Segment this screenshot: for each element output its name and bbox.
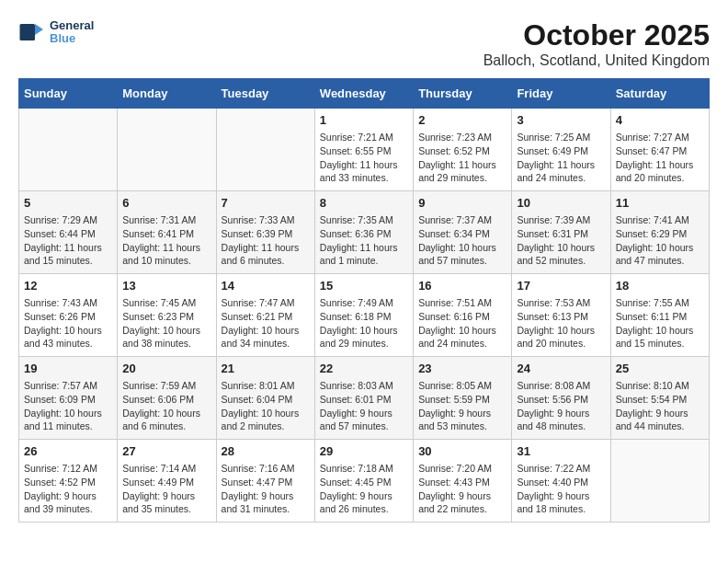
day-info: Sunrise: 8:05 AM Sunset: 5:59 PM Dayligh… — [418, 379, 506, 433]
day-info: Sunrise: 7:31 AM Sunset: 6:41 PM Dayligh… — [122, 213, 210, 268]
calendar-cell — [216, 109, 314, 191]
calendar-cell: 15Sunrise: 7:49 AM Sunset: 6:18 PM Dayli… — [314, 274, 413, 357]
day-info: Sunrise: 8:10 AM Sunset: 5:54 PM Dayligh… — [616, 379, 704, 433]
calendar-cell: 31Sunrise: 7:22 AM Sunset: 4:40 PM Dayli… — [512, 440, 610, 523]
calendar-cell — [610, 440, 709, 523]
day-number: 25 — [616, 361, 704, 377]
svg-marker-1 — [35, 24, 43, 35]
day-header-saturday: Saturday — [610, 79, 709, 109]
day-number: 30 — [418, 443, 506, 460]
logo-icon — [18, 18, 46, 46]
svg-rect-0 — [20, 24, 36, 40]
calendar-cell: 9Sunrise: 7:37 AM Sunset: 6:34 PM Daylig… — [414, 191, 512, 274]
day-info: Sunrise: 7:55 AM Sunset: 6:11 PM Dayligh… — [616, 296, 704, 350]
month-title: October 2025 — [483, 18, 710, 52]
calendar-cell: 16Sunrise: 7:51 AM Sunset: 6:16 PM Dayli… — [414, 274, 512, 357]
calendar-cell: 22Sunrise: 8:03 AM Sunset: 6:01 PM Dayli… — [314, 357, 413, 440]
day-info: Sunrise: 7:25 AM Sunset: 6:49 PM Dayligh… — [517, 131, 605, 185]
title-section: October 2025 Balloch, Scotland, United K… — [483, 18, 710, 69]
day-number: 13 — [122, 278, 210, 294]
day-info: Sunrise: 8:08 AM Sunset: 5:56 PM Dayligh… — [517, 379, 605, 433]
day-header-thursday: Thursday — [414, 79, 512, 109]
day-info: Sunrise: 7:43 AM Sunset: 6:26 PM Dayligh… — [24, 296, 112, 350]
day-info: Sunrise: 7:12 AM Sunset: 4:52 PM Dayligh… — [24, 462, 112, 516]
calendar-cell: 4Sunrise: 7:27 AM Sunset: 6:47 PM Daylig… — [610, 109, 709, 191]
day-number: 1 — [320, 112, 408, 129]
day-number: 19 — [24, 361, 112, 377]
day-info: Sunrise: 7:22 AM Sunset: 4:40 PM Dayligh… — [517, 462, 605, 516]
day-header-tuesday: Tuesday — [216, 79, 314, 109]
day-number: 14 — [222, 278, 310, 294]
day-number: 26 — [24, 443, 112, 460]
calendar-week-row: 19Sunrise: 7:57 AM Sunset: 6:09 PM Dayli… — [19, 357, 710, 440]
calendar-cell — [118, 109, 216, 191]
day-info: Sunrise: 7:39 AM Sunset: 6:31 PM Dayligh… — [517, 213, 605, 268]
day-number: 12 — [24, 278, 112, 294]
day-info: Sunrise: 7:33 AM Sunset: 6:39 PM Dayligh… — [222, 213, 310, 268]
day-header-sunday: Sunday — [19, 79, 118, 109]
calendar-week-row: 5Sunrise: 7:29 AM Sunset: 6:44 PM Daylig… — [19, 191, 710, 274]
calendar-cell: 1Sunrise: 7:21 AM Sunset: 6:55 PM Daylig… — [314, 109, 413, 191]
calendar-week-row: 12Sunrise: 7:43 AM Sunset: 6:26 PM Dayli… — [19, 274, 710, 357]
calendar-cell: 29Sunrise: 7:18 AM Sunset: 4:45 PM Dayli… — [314, 440, 413, 523]
calendar-cell: 12Sunrise: 7:43 AM Sunset: 6:26 PM Dayli… — [19, 274, 118, 357]
day-number: 2 — [418, 112, 506, 129]
day-info: Sunrise: 7:16 AM Sunset: 4:47 PM Dayligh… — [222, 462, 310, 516]
day-info: Sunrise: 7:53 AM Sunset: 6:13 PM Dayligh… — [517, 296, 605, 350]
calendar-cell: 26Sunrise: 7:12 AM Sunset: 4:52 PM Dayli… — [19, 440, 118, 523]
day-number: 27 — [122, 443, 210, 460]
day-number: 18 — [616, 278, 704, 294]
calendar-week-row: 26Sunrise: 7:12 AM Sunset: 4:52 PM Dayli… — [19, 440, 710, 523]
day-info: Sunrise: 7:45 AM Sunset: 6:23 PM Dayligh… — [122, 296, 210, 350]
calendar-cell: 17Sunrise: 7:53 AM Sunset: 6:13 PM Dayli… — [512, 274, 610, 357]
day-info: Sunrise: 7:49 AM Sunset: 6:18 PM Dayligh… — [320, 296, 408, 350]
calendar-week-row: 1Sunrise: 7:21 AM Sunset: 6:55 PM Daylig… — [19, 109, 710, 191]
calendar-cell: 19Sunrise: 7:57 AM Sunset: 6:09 PM Dayli… — [19, 357, 118, 440]
calendar-table: SundayMondayTuesdayWednesdayThursdayFrid… — [18, 78, 710, 523]
day-number: 15 — [320, 278, 408, 294]
day-info: Sunrise: 8:01 AM Sunset: 6:04 PM Dayligh… — [222, 379, 310, 433]
calendar-cell: 30Sunrise: 7:20 AM Sunset: 4:43 PM Dayli… — [414, 440, 512, 523]
day-number: 7 — [222, 195, 310, 212]
day-info: Sunrise: 7:14 AM Sunset: 4:49 PM Dayligh… — [122, 462, 210, 516]
location: Balloch, Scotland, United Kingdom — [483, 52, 710, 69]
day-number: 6 — [122, 195, 210, 212]
calendar-cell: 18Sunrise: 7:55 AM Sunset: 6:11 PM Dayli… — [610, 274, 709, 357]
day-info: Sunrise: 7:35 AM Sunset: 6:36 PM Dayligh… — [320, 213, 408, 268]
calendar-cell: 25Sunrise: 8:10 AM Sunset: 5:54 PM Dayli… — [610, 357, 709, 440]
calendar-cell: 10Sunrise: 7:39 AM Sunset: 6:31 PM Dayli… — [512, 191, 610, 274]
day-number: 31 — [517, 443, 605, 460]
day-header-wednesday: Wednesday — [314, 79, 413, 109]
day-info: Sunrise: 7:47 AM Sunset: 6:21 PM Dayligh… — [222, 296, 310, 350]
day-info: Sunrise: 7:59 AM Sunset: 6:06 PM Dayligh… — [122, 379, 210, 433]
day-info: Sunrise: 7:51 AM Sunset: 6:16 PM Dayligh… — [418, 296, 506, 350]
day-info: Sunrise: 8:03 AM Sunset: 6:01 PM Dayligh… — [320, 379, 408, 433]
day-number: 3 — [517, 112, 605, 129]
day-header-monday: Monday — [118, 79, 216, 109]
day-number: 22 — [320, 361, 408, 377]
day-info: Sunrise: 7:29 AM Sunset: 6:44 PM Dayligh… — [24, 213, 112, 268]
calendar-cell: 6Sunrise: 7:31 AM Sunset: 6:41 PM Daylig… — [118, 191, 216, 274]
calendar-cell: 28Sunrise: 7:16 AM Sunset: 4:47 PM Dayli… — [216, 440, 314, 523]
day-number: 10 — [517, 195, 605, 212]
day-header-friday: Friday — [512, 79, 610, 109]
logo-line2: Blue — [50, 32, 94, 45]
page-header: General Blue October 2025 Balloch, Scotl… — [18, 18, 710, 69]
day-number: 24 — [517, 361, 605, 377]
calendar-cell: 21Sunrise: 8:01 AM Sunset: 6:04 PM Dayli… — [216, 357, 314, 440]
calendar-cell: 3Sunrise: 7:25 AM Sunset: 6:49 PM Daylig… — [512, 109, 610, 191]
calendar-header-row: SundayMondayTuesdayWednesdayThursdayFrid… — [19, 79, 710, 109]
logo-line1: General — [50, 19, 94, 32]
day-number: 29 — [320, 443, 408, 460]
day-number: 8 — [320, 195, 408, 212]
day-info: Sunrise: 7:23 AM Sunset: 6:52 PM Dayligh… — [418, 131, 506, 185]
calendar-cell: 14Sunrise: 7:47 AM Sunset: 6:21 PM Dayli… — [216, 274, 314, 357]
calendar-cell: 11Sunrise: 7:41 AM Sunset: 6:29 PM Dayli… — [610, 191, 709, 274]
calendar-cell: 5Sunrise: 7:29 AM Sunset: 6:44 PM Daylig… — [19, 191, 118, 274]
calendar-cell: 27Sunrise: 7:14 AM Sunset: 4:49 PM Dayli… — [118, 440, 216, 523]
calendar-cell: 8Sunrise: 7:35 AM Sunset: 6:36 PM Daylig… — [314, 191, 413, 274]
calendar-cell: 23Sunrise: 8:05 AM Sunset: 5:59 PM Dayli… — [414, 357, 512, 440]
day-info: Sunrise: 7:27 AM Sunset: 6:47 PM Dayligh… — [616, 131, 704, 185]
day-number: 16 — [418, 278, 506, 294]
day-number: 9 — [418, 195, 506, 212]
